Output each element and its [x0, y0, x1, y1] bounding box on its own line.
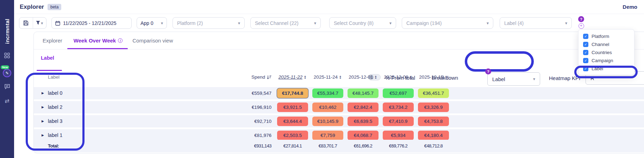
- row-label: label 1: [48, 132, 62, 138]
- heatmap-cell[interactable]: €3,921.5: [277, 103, 308, 112]
- date-header-label: 2025-12-01: [349, 74, 373, 80]
- breakdown-help-icon[interactable]: ?: [485, 68, 491, 74]
- sort-both-icon: ↕: [304, 75, 307, 80]
- main-area: Explorer beta Demo ▾ 11/22/2025 - 12/21/…: [14, 0, 644, 14]
- heatmap-cell[interactable]: €4,068.7: [348, 131, 379, 140]
- app-select[interactable]: App 0 ▾: [137, 17, 167, 29]
- sort-both-icon: ↕: [409, 75, 412, 80]
- subtab-label[interactable]: Label: [41, 55, 54, 61]
- active-tab-underline: [67, 48, 128, 49]
- heatmap-cell[interactable]: €2,503.5: [277, 131, 308, 140]
- heatmap-cell[interactable]: €3,734.2: [383, 103, 414, 112]
- date-column-header[interactable]: 2025-12-01↕: [345, 74, 381, 80]
- heatmap-cell[interactable]: €7,759: [312, 131, 343, 140]
- dimension-item-platform[interactable]: ✓ Platform: [583, 32, 634, 40]
- heatmap-cell[interactable]: €3,644.4: [277, 117, 308, 126]
- tab-explorer[interactable]: Explorer: [43, 38, 62, 44]
- heatmap-cell[interactable]: €17,744.8: [277, 88, 308, 98]
- dimension-item-label: Countries: [592, 50, 612, 55]
- new-badge: New: [1, 65, 9, 69]
- dimension-item-label[interactable]: ✓ Label: [583, 65, 634, 73]
- tab-comparison-view[interactable]: Comparison view: [132, 38, 173, 44]
- heatmap-cell[interactable]: €6,639.5: [348, 117, 379, 126]
- expand-row-icon[interactable]: ▶: [42, 119, 44, 123]
- chevron-down-icon: ▾: [487, 21, 489, 26]
- total-row: Total: €931,143 €27,814.1 €83,701.7 €61,…: [34, 140, 644, 152]
- tab-week-over-week[interactable]: Week Over Week i: [74, 38, 123, 44]
- row-spend: €559,547: [212, 91, 271, 96]
- country-select[interactable]: Select Country (8) ▾: [329, 17, 396, 29]
- dashboard-grid-icon[interactable]: [0, 53, 14, 60]
- dimension-item-countries[interactable]: ✓ Countries: [583, 48, 634, 57]
- dimension-item-campaign[interactable]: ✓ Campaign: [583, 57, 634, 65]
- add-dimension-icon[interactable]: +: [579, 23, 584, 29]
- heatmap-cell[interactable]: €10,145.9: [312, 117, 343, 126]
- row-spend: €92,710: [212, 119, 271, 124]
- dimension-item-label: Channel: [592, 42, 609, 47]
- feedback-icon[interactable]: [0, 84, 14, 91]
- channel-select[interactable]: Select Channel (22) ▾: [250, 17, 321, 29]
- table-row: ▶ label 2 €196,910 €3,921.5 €10,462 €2,8…: [34, 101, 644, 113]
- heatmap-cell[interactable]: €2,842.4: [348, 103, 379, 112]
- date-column-header[interactable]: 2025-12-08↕: [381, 74, 416, 80]
- heatmap-cell[interactable]: €10,462: [312, 103, 343, 112]
- label-column-header: Label: [48, 74, 60, 80]
- help-question-icon[interactable]: ?: [578, 16, 584, 22]
- explore-pen-icon[interactable]: ✎: [3, 69, 11, 77]
- heatmap-cell[interactable]: €3,326.9: [418, 103, 449, 112]
- date-column-header[interactable]: 2025-12-15↕: [416, 74, 451, 80]
- checked-checkbox-icon[interactable]: ✓: [583, 42, 588, 47]
- total-spend: €931,143: [212, 143, 271, 149]
- date-range-value: 11/22/2025 - 12/21/2025: [63, 20, 117, 26]
- date-range-picker[interactable]: 11/22/2025 - 12/21/2025: [51, 17, 132, 29]
- spend-column-header[interactable]: Spend: [212, 74, 271, 80]
- label-select[interactable]: Label (4) ▾: [500, 17, 572, 29]
- date-header-label: 2025-12-08: [384, 74, 408, 80]
- chevron-down-icon: ▾: [565, 21, 567, 26]
- heatmap-cell[interactable]: €36,451.7: [418, 88, 449, 98]
- chevron-down-icon: ▾: [238, 21, 240, 26]
- top-header: Explorer beta Demo: [14, 0, 644, 14]
- heatmap-kpi-value: R: [590, 75, 594, 81]
- heatmap-cell[interactable]: €4,180.4: [418, 131, 449, 140]
- checked-checkbox-icon[interactable]: ✓: [583, 34, 588, 39]
- platform-select-value: Platform (2): [177, 20, 203, 26]
- page-title: Explorer: [20, 4, 44, 11]
- expand-row-icon[interactable]: ▶: [42, 133, 44, 137]
- campaign-select[interactable]: Campaign (194) ▾: [402, 17, 493, 29]
- sort-desc-icon: [267, 75, 271, 79]
- channel-select-value: Select Channel (22): [255, 20, 299, 26]
- checked-checkbox-icon[interactable]: ✓: [583, 50, 588, 55]
- heatmap-cell[interactable]: €4,753.8: [418, 117, 449, 126]
- checked-checkbox-icon[interactable]: ✓: [583, 58, 588, 63]
- filter-help-column: ? +: [578, 16, 584, 29]
- heatmap-cell[interactable]: €52,697: [383, 88, 414, 98]
- demo-link[interactable]: Demo: [623, 4, 637, 10]
- platform-select[interactable]: Platform (2) ▾: [173, 17, 245, 29]
- filter-menu-button[interactable]: ▾: [33, 18, 46, 28]
- table-row: ▶ label 0 €559,547 €17,744.8 €55,334.7 €…: [34, 87, 644, 99]
- total-label: Total:: [48, 143, 59, 149]
- expand-row-icon[interactable]: ▶: [42, 91, 44, 95]
- row-label: label 0: [48, 90, 62, 96]
- dimension-item-label: Platform: [592, 34, 609, 39]
- chevron-down-icon: ▾: [389, 21, 392, 26]
- new-feature-item[interactable]: New ✎: [0, 66, 14, 80]
- country-select-value: Select Country (8): [334, 20, 374, 26]
- checked-checkbox-icon[interactable]: ✓: [583, 66, 588, 71]
- switch-arrows-icon[interactable]: ⇄: [0, 98, 14, 104]
- sidebar: incrmntal New ✎ ⇄: [0, 0, 14, 158]
- expand-row-icon[interactable]: ▶: [42, 105, 44, 109]
- save-view-button[interactable]: [19, 18, 33, 28]
- date-column-header[interactable]: 2025-11-22↕: [275, 74, 310, 80]
- dimension-item-channel[interactable]: ✓ Channel: [583, 40, 634, 48]
- heatmap-cell[interactable]: €48,145.7: [348, 88, 379, 98]
- date-column-header[interactable]: 2025-11-24↕: [310, 74, 345, 80]
- date-header-label: 2025-11-24: [314, 74, 338, 80]
- heatmap-cell[interactable]: €5,934: [383, 131, 414, 140]
- sort-both-icon: ↕: [444, 75, 448, 80]
- heatmap-cell[interactable]: €7,410.9: [383, 117, 414, 126]
- heatmap-cell[interactable]: €55,334.7: [312, 88, 343, 98]
- dimension-menu: ✓ Platform ✓ Channel ✓ Countries ✓ Campa…: [578, 29, 634, 75]
- subtab-underline: [37, 70, 62, 71]
